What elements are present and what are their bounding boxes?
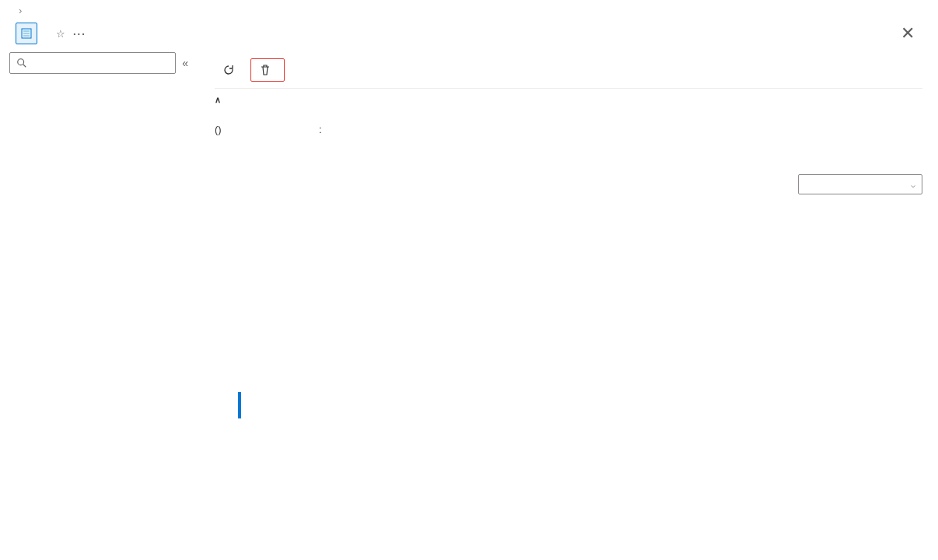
main-content: ∧ () : <box>196 52 938 434</box>
search-icon <box>16 58 27 68</box>
essentials-header: ∧ <box>215 89 922 111</box>
trash-icon <box>259 64 271 76</box>
timespan-select[interactable]: ⌵ <box>798 174 922 194</box>
search-input[interactable] <box>27 58 169 69</box>
resource-icon <box>16 23 37 44</box>
breadcrumb: › <box>0 0 938 21</box>
delete-button[interactable] <box>250 58 285 82</box>
legend-color-bar <box>238 392 241 418</box>
chevron-down-icon: ⌵ <box>911 180 915 189</box>
sidebar: « <box>0 52 196 434</box>
see-all-row <box>215 157 922 170</box>
breadcrumb-sep: › <box>16 5 25 16</box>
page-subtitle <box>0 44 938 52</box>
essentials-toggle[interactable]: ∧ <box>215 95 226 105</box>
metrics-chart[interactable] <box>230 202 922 389</box>
svg-point-4 <box>18 59 24 65</box>
essentials-grid <box>215 111 922 122</box>
svg-line-5 <box>23 65 26 68</box>
chevron-up-icon: ∧ <box>215 95 221 105</box>
search-input-wrapper[interactable] <box>9 52 176 74</box>
tags-row: () : <box>215 122 922 143</box>
chart-legend <box>238 392 922 418</box>
chart-controls: ⌵ <box>215 170 922 202</box>
more-menu-icon[interactable]: ··· <box>73 28 86 40</box>
toolbar <box>215 52 922 89</box>
refresh-icon <box>222 64 235 76</box>
header: ☆ ··· ✕ <box>0 21 938 46</box>
favorite-star-icon[interactable]: ☆ <box>56 28 65 40</box>
refresh-button[interactable] <box>215 59 247 81</box>
close-icon[interactable]: ✕ <box>901 23 922 44</box>
collapse-sidebar-icon[interactable]: « <box>182 57 188 69</box>
